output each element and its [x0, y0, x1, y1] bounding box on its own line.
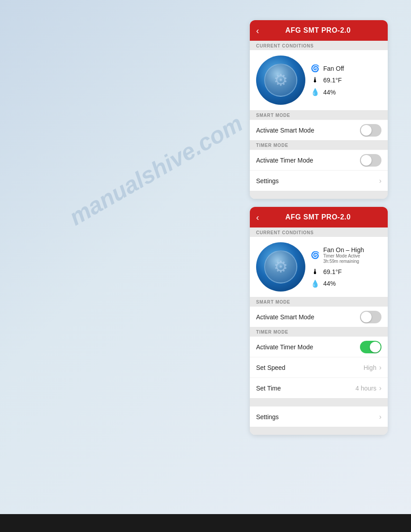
card-1-settings-row[interactable]: Settings ›	[250, 170, 388, 191]
card-1-smart-mode-toggle[interactable]	[360, 124, 381, 137]
card-2-fan-image	[256, 242, 305, 292]
card-1-current-conditions-label: CURRENT CONDITIONS	[250, 41, 388, 50]
card-2-smart-mode-toggle[interactable]	[360, 311, 381, 323]
card-2-set-speed-chevron: ›	[379, 364, 381, 372]
card-2-mid-spacer	[250, 398, 388, 406]
card-1-timer-mode-label: TIMER MODE	[250, 140, 388, 150]
card-2-settings-row[interactable]: Settings ›	[250, 406, 388, 427]
card-1-smart-mode-label: SMART MODE	[250, 110, 388, 120]
card-2-back-button[interactable]: ‹	[256, 213, 259, 222]
card-2-current-conditions-label: CURRENT CONDITIONS	[250, 227, 388, 237]
card-1-fan-info: 🌀 Fan Off 🌡 69.1°F 💧 44%	[311, 64, 381, 96]
card-2-smart-mode-knob	[361, 312, 372, 322]
card-2-fan-status-row: 🌀 Fan On – High Timer Mode Active 3h:59m…	[311, 246, 381, 264]
card-1-spacer	[250, 191, 388, 199]
card-1-temp-icon: 🌡	[311, 76, 320, 84]
card-1-smart-mode-row: Activate Smart Mode	[250, 120, 388, 140]
card-1-settings-chevron: ›	[379, 177, 381, 185]
card-1-fan-status-section: 🌀 Fan Off 🌡 69.1°F 💧 44%	[250, 50, 388, 110]
card-2-fan-icon: 🌀	[311, 251, 320, 259]
card-1-header: ‹ AFG SMT PRO-2.0	[250, 20, 388, 41]
card-1-fan-status-label: Fan Off	[323, 65, 344, 72]
card-2-title: AFG SMT PRO-2.0	[264, 213, 372, 221]
card-2-set-time-right: 4 hours ›	[355, 384, 381, 392]
card-2-timer-mode-toggle[interactable]	[360, 341, 381, 353]
card-2-timer-active-label: Timer Mode Active	[323, 253, 364, 259]
card-2-fan-status-label: Fan On – High	[323, 246, 364, 253]
card-2-set-speed-label: Set Speed	[256, 364, 285, 371]
card-1-timer-mode-row: Activate Timer Mode	[250, 150, 388, 170]
bottom-bar	[0, 514, 411, 532]
card-2-fan-info: 🌀 Fan On – High Timer Mode Active 3h:59m…	[311, 246, 381, 288]
card-1: ‹ AFG SMT PRO-2.0 CURRENT CONDITIONS 🌀 F…	[250, 20, 388, 199]
card-1-humidity-row: 💧 44%	[311, 88, 381, 96]
card-2-humidity-icon: 💧	[311, 279, 320, 288]
card-1-title: AFG SMT PRO-2.0	[264, 26, 372, 34]
card-1-back-button[interactable]: ‹	[256, 26, 259, 35]
watermark: manualshive.com	[64, 110, 247, 231]
card-2-smart-mode-label: SMART MODE	[250, 297, 388, 306]
card-1-fan-icon: 🌀	[311, 64, 320, 73]
card-2-timer-mode-label: TIMER MODE	[250, 327, 388, 336]
card-2-set-time-chevron: ›	[379, 384, 381, 392]
card-2-humidity-row: 💧 44%	[311, 279, 381, 288]
card-2-settings-label: Settings	[256, 413, 279, 420]
card-2-timer-mode-row: Activate Timer Mode	[250, 336, 388, 357]
card-2-smart-mode-toggle-label: Activate Smart Mode	[256, 313, 314, 321]
card-1-humidity-label: 44%	[323, 89, 336, 96]
card-2: ‹ AFG SMT PRO-2.0 CURRENT CONDITIONS 🌀 F…	[250, 207, 388, 435]
card-2-settings-chevron: ›	[379, 413, 381, 421]
card-1-temp-row: 🌡 69.1°F	[311, 76, 381, 84]
card-2-fan-on-info: Fan On – High Timer Mode Active 3h:59m r…	[323, 246, 364, 264]
card-2-temp-icon: 🌡	[311, 268, 320, 276]
card-2-settings-right: ›	[377, 413, 381, 421]
card-1-settings-right: ›	[377, 177, 381, 185]
card-2-set-speed-right: High ›	[364, 364, 381, 372]
card-2-set-time-label: Set Time	[256, 385, 281, 392]
card-1-fan-status-row: 🌀 Fan Off	[311, 64, 381, 73]
card-2-time-remaining-label: 3h:59m remaining	[323, 259, 364, 264]
card-2-set-speed-value: High	[364, 364, 377, 371]
card-1-humidity-icon: 💧	[311, 88, 320, 96]
card-1-temp-label: 69.1°F	[323, 77, 342, 84]
card-2-fan-circle	[256, 242, 305, 292]
card-2-header: ‹ AFG SMT PRO-2.0	[250, 207, 388, 227]
card-1-fan-image	[256, 56, 305, 105]
card-1-timer-mode-toggle-label: Activate Timer Mode	[256, 157, 313, 164]
card-1-smart-mode-knob	[361, 125, 372, 136]
card-1-timer-mode-knob	[361, 155, 372, 166]
card-2-fan-status-section: 🌀 Fan On – High Timer Mode Active 3h:59m…	[250, 237, 388, 297]
card-2-timer-mode-toggle-label: Activate Timer Mode	[256, 343, 313, 351]
card-1-fan-circle	[256, 56, 305, 105]
card-2-set-time-row[interactable]: Set Time 4 hours ›	[250, 378, 388, 398]
card-1-settings-label: Settings	[256, 177, 279, 184]
card-2-smart-mode-row: Activate Smart Mode	[250, 306, 388, 327]
card-1-timer-mode-toggle[interactable]	[360, 154, 381, 167]
card-1-smart-mode-toggle-label: Activate Smart Mode	[256, 127, 314, 134]
card-2-timer-mode-knob	[370, 342, 381, 352]
card-2-bottom-spacer	[250, 427, 388, 435]
cards-wrapper: ‹ AFG SMT PRO-2.0 CURRENT CONDITIONS 🌀 F…	[250, 20, 388, 435]
card-2-set-time-value: 4 hours	[355, 385, 377, 392]
card-2-set-speed-row[interactable]: Set Speed High ›	[250, 357, 388, 378]
card-2-temp-label: 69.1°F	[323, 268, 342, 275]
card-2-temp-row: 🌡 69.1°F	[311, 268, 381, 276]
card-2-humidity-label: 44%	[323, 280, 336, 287]
